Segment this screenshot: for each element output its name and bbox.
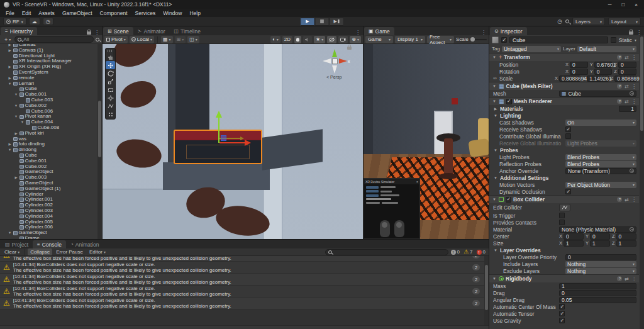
hierarchy-item-vas[interactable]: vas: [0, 137, 102, 142]
console-entry[interactable]: ⚠[10:41:34] BoxColliders does not suppor…: [0, 286, 489, 298]
presets-icon[interactable]: ⇄: [625, 84, 629, 89]
foldout-icon[interactable]: ▼: [493, 114, 498, 118]
shading-mode-button[interactable]: ◐ ▾: [270, 36, 280, 43]
scene-audio-button[interactable]: [303, 36, 312, 43]
foldout-arrow[interactable]: ▼: [8, 147, 12, 153]
drag-field[interactable]: 0: [559, 290, 636, 296]
size-y-field[interactable]: 1: [590, 240, 610, 247]
help-icon[interactable]: ?: [617, 84, 622, 89]
probes-foldout[interactable]: ▼ Probes: [489, 147, 639, 153]
gizmo-y-axis[interactable]: [218, 117, 219, 143]
help-icon[interactable]: ?: [617, 55, 622, 60]
foldout-arrow[interactable]: ▼: [8, 230, 12, 236]
menu-component[interactable]: Component: [96, 9, 131, 17]
display-dropdown[interactable]: Display 1 ▾: [395, 36, 425, 43]
rotation-x-field[interactable]: 0: [570, 69, 588, 75]
scale-y-field[interactable]: 1.149261: [587, 75, 608, 82]
gizmo-south-cone[interactable]: [332, 65, 337, 74]
tab-console[interactable]: ≡ Console: [33, 240, 66, 248]
hierarchy-item-pivot-kiri[interactable]: ▶Pivot kiri: [0, 131, 102, 137]
rotation-y-field[interactable]: 0: [594, 69, 613, 75]
lighting-foldout[interactable]: ▼ Lighting: [489, 112, 639, 119]
foldout-arrow[interactable]: ▼: [14, 114, 18, 120]
hierarchy-scrollbar-thumb[interactable]: [98, 101, 101, 157]
help-icon[interactable]: ?: [617, 99, 622, 104]
foldout-arrow[interactable]: ▼: [8, 81, 12, 87]
foldout-arrow[interactable]: ▶: [8, 142, 12, 147]
hierarchy-item-cylinder-006[interactable]: Cylinder.006: [0, 225, 102, 230]
reflection-probes-dropdown[interactable]: Blend Probes▾: [565, 161, 636, 167]
hierarchy-item-eventsystem[interactable]: EventSystem: [0, 70, 102, 75]
hierarchy-item-lemari[interactable]: ▼Lemari: [0, 81, 102, 87]
minimize-button[interactable]: ─: [608, 2, 612, 8]
hierarchy-search-input[interactable]: All: [14, 36, 94, 43]
center-x-field[interactable]: 0: [564, 233, 584, 240]
size-z-field[interactable]: 1: [616, 240, 636, 247]
contribute-gi-checkbox[interactable]: [565, 133, 571, 139]
kebab-menu-icon[interactable]: ⋮: [94, 30, 99, 35]
foldout-icon[interactable]: ▼: [492, 84, 497, 88]
pause-button[interactable]: [315, 18, 330, 26]
priority-field[interactable]: 0: [565, 254, 636, 260]
position-x-field[interactable]: 0: [570, 62, 588, 68]
active-checkbox[interactable]: [501, 37, 507, 43]
size-x-field[interactable]: 1: [564, 240, 584, 247]
foldout-icon[interactable]: ▼: [492, 99, 497, 103]
component-enabled-checkbox[interactable]: [506, 99, 512, 104]
materials-row[interactable]: ▶ Materials 1: [489, 105, 639, 112]
undo-history-button[interactable]: ◷: [43, 18, 53, 25]
lock-icon[interactable]: [87, 31, 91, 35]
rotate-tool-button[interactable]: [106, 69, 115, 77]
kebab-menu-icon[interactable]: ⋮: [355, 30, 360, 35]
warning-count[interactable]: ⚠ 7: [462, 249, 474, 255]
foldout-icon[interactable]: ▼: [492, 277, 497, 281]
menu-edit[interactable]: Edit: [18, 9, 35, 17]
game-viewport[interactable]: XR Device Simulator ×: [364, 44, 489, 239]
layer-dropdown[interactable]: Default▾: [577, 46, 636, 52]
tab-project[interactable]: ▤ Project: [1, 240, 33, 248]
tag-dropdown[interactable]: Untagged▾: [502, 46, 561, 52]
foldout-arrow[interactable]: ▼: [14, 103, 18, 109]
menu-services[interactable]: Services: [131, 9, 160, 17]
foldout-arrow[interactable]: ▶: [14, 175, 18, 181]
foldout-icon[interactable]: ▼: [492, 55, 497, 59]
maximize-button[interactable]: □: [621, 2, 625, 8]
close-button[interactable]: ×: [635, 2, 638, 8]
gizmo-xy-plane-handle[interactable]: [221, 135, 226, 141]
materials-count-field[interactable]: 1: [619, 106, 636, 112]
xr-device-simulator-overlay[interactable]: XR Device Simulator ×: [364, 178, 420, 239]
foldout-arrow[interactable]: ▼: [14, 92, 18, 98]
position-y-field[interactable]: 0.67601: [594, 62, 613, 68]
foldout-icon[interactable]: ▼: [493, 248, 498, 252]
layers-dropdown[interactable]: Layers ▾: [572, 18, 605, 25]
kebab-menu-icon[interactable]: ⋮: [636, 30, 641, 35]
rect-tool-button[interactable]: [106, 86, 115, 94]
hierarchy-item-gameobject[interactable]: ▼GameObject: [0, 230, 102, 236]
transform-tool-button[interactable]: [106, 94, 115, 102]
menu-assets[interactable]: Assets: [35, 9, 58, 17]
scale-slider-knob[interactable]: [470, 37, 475, 42]
center-z-field[interactable]: 0: [616, 233, 636, 240]
provides-contacts-checkbox[interactable]: [559, 220, 565, 225]
kebab-menu-icon[interactable]: ⋮: [631, 55, 636, 60]
include-layers-dropdown[interactable]: Nothing▾: [565, 261, 636, 267]
tab-scene[interactable]: ⊞ Scene: [103, 27, 133, 35]
foldout-arrow[interactable]: ▶: [8, 64, 12, 70]
foldout-arrow[interactable]: ▶: [8, 48, 12, 53]
light-probes-dropdown[interactable]: Blend Probes▾: [565, 154, 636, 160]
align-tools-button[interactable]: ◫ ▾: [187, 36, 199, 43]
account-button[interactable]: RF ▾: [3, 18, 26, 25]
edit-collider-button[interactable]: [559, 204, 570, 211]
menu-file[interactable]: File: [2, 9, 18, 17]
physic-material-field[interactable]: None (Physic Material): [559, 226, 636, 233]
kebab-menu-icon[interactable]: ⋮: [481, 30, 486, 35]
hierarchy-item-cube-001[interactable]: Cube.001: [0, 159, 102, 164]
kebab-menu-icon[interactable]: ⋮: [631, 197, 636, 203]
scene-viewport[interactable]: x < Persp: [103, 44, 363, 239]
console-scrollbar-thumb[interactable]: [485, 265, 488, 310]
gizmo-x-cone[interactable]: [339, 59, 347, 64]
step-button[interactable]: ▶: [330, 18, 344, 26]
console-scrollbar[interactable]: [484, 256, 489, 325]
position-z-field[interactable]: 0: [618, 62, 636, 68]
hierarchy-item-gameobject[interactable]: GameObject: [0, 169, 102, 175]
